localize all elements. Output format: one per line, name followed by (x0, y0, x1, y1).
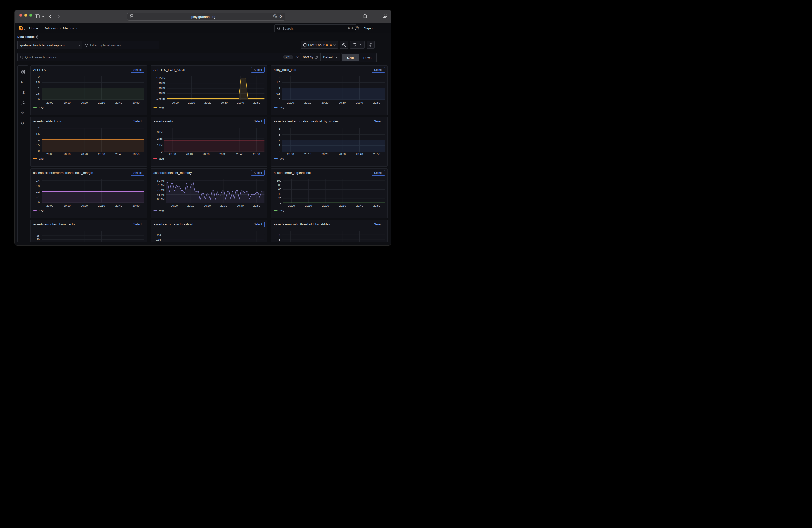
view-grid-button[interactable]: Grid (342, 54, 359, 61)
legend-label[interactable]: avg (159, 157, 164, 160)
x-tick-label: 20:40 (116, 204, 122, 207)
select-button[interactable]: Select (372, 170, 385, 176)
breadcrumb-home[interactable]: Home (29, 27, 38, 30)
chart-plot-area[interactable] (166, 179, 264, 203)
new-tab-icon[interactable] (373, 14, 377, 19)
chart-plot-area[interactable] (163, 231, 264, 242)
chart-plot-area[interactable] (284, 179, 385, 203)
select-button[interactable]: Select (131, 170, 144, 176)
info-icon[interactable] (315, 56, 318, 59)
help-icon[interactable]: ? (355, 26, 359, 31)
select-button[interactable]: Select (251, 67, 264, 73)
y-tick-label: 1 (38, 87, 40, 90)
sign-in-button[interactable]: Sign in (364, 23, 375, 33)
select-button[interactable]: Select (372, 222, 385, 227)
refresh-interval-dropdown[interactable] (358, 42, 364, 48)
breadcrumb-separator: › (60, 27, 61, 30)
star-icon[interactable]: ☆ (20, 111, 25, 115)
select-button[interactable]: Select (131, 222, 144, 227)
legend-label[interactable]: avg (280, 106, 285, 109)
select-button[interactable]: Select (131, 67, 144, 73)
select-button[interactable]: Select (251, 222, 264, 227)
info-button[interactable] (367, 41, 375, 49)
select-button[interactable]: Select (131, 119, 144, 124)
chart-plot-area[interactable] (42, 231, 144, 242)
address-bar[interactable]: play.grafana.org A 文 ⟳ (127, 13, 286, 21)
select-button[interactable]: Select (251, 119, 264, 124)
chart-plot-area[interactable] (282, 76, 385, 100)
chart-plot-area[interactable] (42, 179, 144, 203)
legend-label[interactable]: avg (159, 209, 164, 212)
y-tick-label: 0.5 (36, 144, 40, 147)
legend-swatch-icon (274, 210, 278, 211)
legend: avg (154, 106, 264, 109)
share-icon[interactable] (363, 14, 367, 19)
select-button[interactable]: Select (251, 170, 264, 176)
view-rows-button[interactable]: Rows (359, 54, 376, 61)
nav-divider (362, 26, 362, 31)
metric-panel: asserts:container_memorySelect80 Mil75 M… (151, 168, 267, 218)
sidebar-chevron-icon[interactable] (41, 10, 45, 23)
sort-za-icon[interactable]: _Z (20, 90, 25, 95)
x-tick-label: 20:00 (171, 204, 178, 207)
legend-swatch-icon (154, 107, 157, 108)
layout-grid-icon[interactable] (20, 70, 25, 74)
legend-label[interactable]: avg (280, 209, 285, 212)
metric-panel: asserts:alertsSelect3 Bil2 Bil1 Bil020:0… (151, 117, 267, 167)
chart-plot-area[interactable] (282, 231, 385, 242)
data-source-label-text: Data source (17, 35, 35, 39)
grafana-nav: Home › Drilldown › Metrics › Search... ⌘… (15, 23, 391, 33)
legend-label[interactable]: avg (39, 157, 44, 160)
zoom-out-button[interactable] (340, 41, 348, 49)
select-button[interactable]: Select (372, 119, 385, 124)
chart-plot-area[interactable] (42, 76, 144, 100)
time-controls: Last 1 hour UTC (301, 41, 375, 49)
data-source-select[interactable]: grafanacloud-demoinfra-prom (17, 41, 85, 49)
sort-by-select[interactable]: Default (320, 54, 340, 61)
group-icon[interactable] (20, 101, 25, 105)
sidebar-toggle-icon[interactable] (34, 10, 40, 23)
breadcrumb-metrics[interactable]: Metrics (63, 27, 74, 30)
back-icon[interactable] (48, 10, 53, 23)
metric-panel: asserts:error_log:thresholdSelect1008060… (271, 168, 388, 218)
breadcrumb-drilldown[interactable]: Drilldown (44, 27, 58, 30)
legend-label[interactable]: avg (280, 157, 285, 160)
quick-search-input[interactable]: Quick search metrics... 721 ✕ (17, 53, 303, 61)
minimize-window-button[interactable] (25, 14, 28, 17)
info-icon[interactable] (36, 35, 40, 39)
y-tick-label: 70 Mil (157, 189, 164, 191)
filter-icon (85, 44, 88, 47)
forward-icon[interactable] (56, 10, 61, 23)
search-placeholder: Search... (282, 27, 295, 30)
refresh-button-group (350, 41, 365, 49)
chart-plot-area[interactable] (42, 128, 144, 152)
chart-plot-area[interactable] (282, 128, 385, 152)
sidebar-rail: A_ _Z ☆ ⚙ (17, 65, 28, 242)
legend-label[interactable]: avg (39, 106, 44, 109)
time-range-picker[interactable]: Last 1 hour UTC (301, 41, 338, 49)
select-button[interactable]: Select (372, 67, 385, 73)
x-tick-label: 20:50 (373, 101, 380, 104)
legend-swatch-icon (33, 107, 37, 108)
gear-icon[interactable]: ⚙ (20, 121, 25, 126)
org-switcher-chevron-icon[interactable] (24, 27, 27, 32)
refresh-button[interactable] (350, 42, 358, 48)
global-search-input[interactable]: Search... ⌘+k (275, 25, 357, 32)
y-axis: 3 Bil2 Bil1 Bil0 (154, 128, 164, 156)
label-filter-input[interactable]: Filter by label values (82, 41, 159, 49)
clear-search-icon[interactable]: ✕ (295, 56, 300, 59)
translate-icon[interactable]: A 文 (274, 15, 277, 19)
zoom-window-button[interactable] (29, 14, 32, 17)
close-window-button[interactable] (19, 14, 23, 17)
grafana-logo-icon[interactable] (18, 26, 24, 32)
legend-label[interactable]: avg (39, 209, 44, 212)
tab-overview-icon[interactable] (383, 14, 387, 19)
reader-view-icon[interactable] (130, 15, 133, 19)
x-axis: 20:0020:1020:2020:3020:4020:50 (42, 152, 144, 156)
y-tick-label: 65 Mil (157, 193, 164, 196)
reload-icon[interactable]: ⟳ (279, 15, 283, 19)
chart-plot-area[interactable] (168, 76, 264, 100)
chart-plot-area[interactable] (164, 128, 264, 152)
sort-az-icon[interactable]: A_ (20, 80, 25, 85)
legend-label[interactable]: avg (159, 106, 164, 109)
